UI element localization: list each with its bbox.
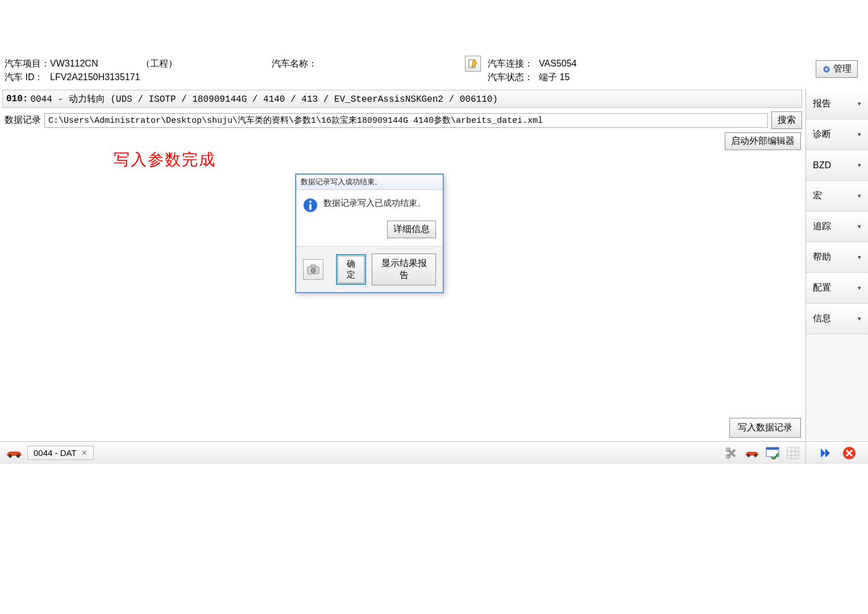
mode-value: （工程） (141, 58, 203, 70)
camera-icon (307, 264, 319, 275)
sidebar-item-label: BZD (813, 160, 831, 171)
sidebar-item-diag[interactable]: 诊断▾ (806, 119, 868, 150)
sidebar-item-help[interactable]: 帮助▾ (806, 242, 868, 273)
ecu-line: 010: 0044 - 动力转向 (UDS / ISOTP / 18090914… (2, 90, 802, 108)
sidebar: 报告▾ 诊断▾ BZD▾ 宏▾ 追踪▾ 帮助▾ 配置▾ 信息▾ (805, 89, 868, 440)
svg-point-3 (9, 454, 12, 458)
datarecord-label: 数据记录 (5, 114, 41, 126)
manage-button-label: 管理 (833, 63, 852, 75)
svg-rect-15 (309, 204, 312, 210)
ecu-text: 0044 - 动力转向 (UDS / ISOTP / 180909144G / … (30, 93, 498, 105)
write-data-button[interactable]: 写入数据记录 (729, 418, 801, 438)
chevron-down-icon: ▾ (858, 254, 861, 261)
sidebar-item-label: 诊断 (813, 128, 831, 140)
header: 汽车项目： VW3112CN （工程） 汽车名称： 汽车连接： VAS5054 … (0, 55, 868, 86)
carid-label: 汽车 ID： (5, 72, 50, 84)
sidebar-item-config[interactable]: 配置▾ (806, 273, 868, 304)
chevron-down-icon: ▾ (858, 192, 861, 200)
dialog-message: 数据记录写入已成功结束。 (323, 198, 426, 209)
connection-value: VAS5054 (539, 59, 613, 69)
edit-icon (468, 59, 478, 69)
sidebar-item-label: 配置 (813, 282, 831, 294)
svg-rect-11 (787, 447, 799, 459)
chevron-down-icon: ▾ (858, 223, 861, 230)
sidebar-item-trace[interactable]: 追踪▾ (806, 211, 868, 242)
search-button-label: 搜索 (778, 114, 796, 126)
sidebar-item-label: 帮助 (813, 251, 831, 263)
external-editor-label: 启动外部编辑器 (731, 135, 795, 147)
datarecord-input[interactable] (44, 113, 768, 128)
details-button-label: 详细信息 (393, 223, 430, 235)
chevron-down-icon: ▾ (858, 131, 861, 138)
carname-label: 汽车名称： (272, 58, 397, 70)
sidebar-item-label: 追踪 (813, 221, 831, 233)
gear-icon (822, 65, 831, 74)
chevron-down-icon: ▾ (858, 100, 861, 107)
project-value: VW3112CN (50, 59, 141, 69)
scissors-icon[interactable] (724, 445, 740, 461)
sidebar-item-label: 宏 (813, 190, 822, 202)
info-icon (303, 198, 318, 213)
dialog-title: 数据记录写入成功结束。 (296, 175, 443, 190)
ecu-prefix: 010: (6, 94, 28, 104)
sidebar-item-bzd[interactable]: BZD▾ (806, 150, 868, 181)
status-value: 端子 15 (539, 72, 613, 84)
check-window-icon[interactable] (765, 445, 780, 461)
tab-0044[interactable]: 0044 - DAT ✕ (27, 446, 94, 460)
svg-point-8 (754, 454, 757, 457)
bottom-bar: 0044 - DAT ✕ (0, 441, 868, 464)
screenshot-button[interactable] (303, 259, 323, 280)
status-label: 汽车状态： (488, 72, 539, 84)
search-button[interactable]: 搜索 (771, 111, 802, 129)
show-report-label: 显示结果报告 (377, 258, 431, 281)
close-icon[interactable]: ✕ (81, 449, 88, 457)
show-report-button[interactable]: 显示结果报告 (372, 254, 436, 285)
svg-point-4 (16, 454, 20, 458)
tab-label: 0044 - DAT (34, 448, 77, 458)
write-data-label: 写入数据记录 (738, 422, 792, 434)
svg-point-14 (309, 201, 312, 203)
sidebar-item-label: 信息 (813, 313, 831, 325)
status-message: 写入参数完成 (114, 149, 216, 171)
forward-button[interactable] (817, 445, 833, 461)
dialog: 数据记录写入成功结束。 数据记录写入已成功结束。 详细信息 确定 (296, 174, 443, 293)
connection-label: 汽车连接： (488, 58, 539, 70)
manage-button[interactable]: 管理 (816, 60, 858, 78)
details-button[interactable]: 详细信息 (387, 221, 436, 238)
ok-button-label: 确定 (347, 259, 355, 279)
sidebar-item-report[interactable]: 报告▾ (806, 89, 868, 119)
grid-icon[interactable] (785, 445, 801, 461)
svg-point-7 (747, 454, 750, 457)
svg-point-18 (311, 268, 315, 273)
project-label: 汽车项目： (5, 58, 50, 70)
carid-value: LFV2A2150H3135171 (50, 72, 465, 82)
close-button[interactable] (841, 445, 857, 461)
svg-rect-17 (311, 265, 315, 267)
svg-rect-10 (766, 447, 779, 450)
external-editor-button[interactable]: 启动外部编辑器 (725, 132, 801, 150)
ok-button[interactable]: 确定 (336, 254, 367, 285)
chevron-down-icon: ▾ (858, 284, 861, 292)
edit-button[interactable] (465, 56, 481, 72)
sidebar-item-macro[interactable]: 宏▾ (806, 181, 868, 211)
car-icon (6, 447, 23, 459)
svg-point-2 (825, 68, 828, 70)
sidebar-item-label: 报告 (813, 98, 831, 110)
chevron-down-icon: ▾ (858, 315, 861, 322)
sidebar-item-info[interactable]: 信息▾ (806, 304, 868, 334)
chevron-down-icon: ▾ (858, 161, 861, 169)
car-icon-small[interactable] (744, 445, 760, 461)
